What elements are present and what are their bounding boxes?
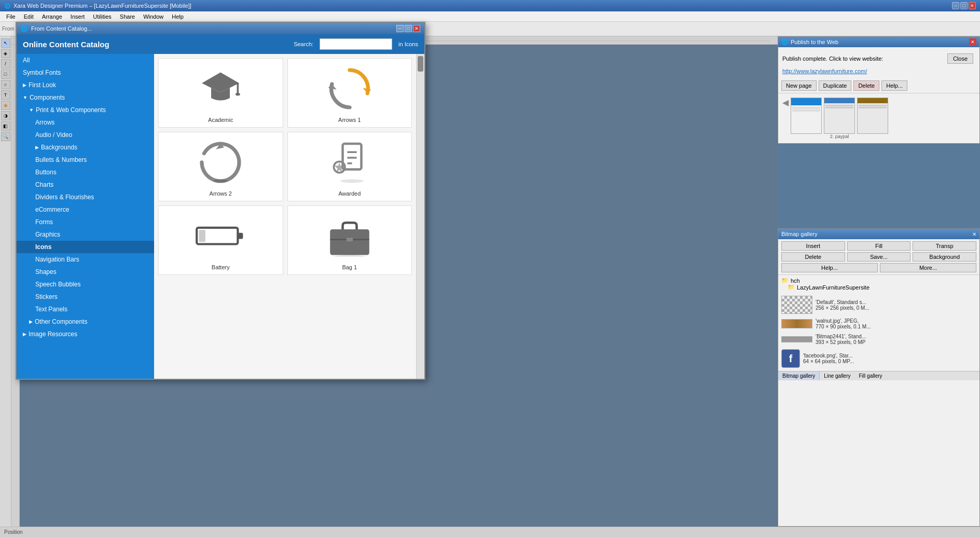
page1-thumbnail[interactable] [791, 98, 822, 134]
folder-hch[interactable]: 📁 hch [781, 277, 976, 284]
svg-point-6 [213, 179, 228, 183]
icon-item-academic[interactable]: Academic [158, 58, 283, 128]
first-look-arrow: ▶ [23, 82, 26, 88]
node-tool[interactable]: ◈ [1, 49, 10, 58]
transp-button[interactable]: Transp [913, 241, 976, 251]
gallery-delete-button[interactable]: Delete [781, 252, 845, 261]
help-button[interactable]: Help... [881, 80, 907, 91]
close-button[interactable]: ✕ [969, 2, 976, 9]
transparency-tool[interactable]: ◑ [1, 111, 10, 120]
page2-label: 2. paypal [830, 134, 849, 139]
menu-file[interactable]: File [2, 13, 20, 20]
thumb-expand-left[interactable]: ◀ [782, 98, 789, 107]
sidebar-item-graphics[interactable]: Graphics [17, 228, 154, 241]
dialog-minimize-button[interactable]: – [396, 25, 404, 32]
bullets-label: Bullets & Numbers [35, 156, 87, 163]
menu-edit[interactable]: Edit [20, 13, 38, 20]
status-bar: Position [0, 527, 980, 537]
sidebar-item-buttons[interactable]: Buttons [17, 166, 154, 178]
sidebar-item-navigation-bars[interactable]: Navigation Bars [17, 253, 154, 266]
image-resources-arrow: ▶ [23, 332, 26, 337]
catalog-header: Online Content Catalog Search: in Icons [17, 34, 424, 54]
image-resources-label: Image Resources [29, 331, 77, 338]
gallery-close-button[interactable]: ✕ [972, 231, 976, 237]
sidebar-item-components[interactable]: ▼ Components [17, 91, 154, 104]
sidebar-item-bullets[interactable]: Bullets & Numbers [17, 154, 154, 166]
sidebar-item-other-components[interactable]: ▶ Other Components [17, 315, 154, 328]
icon-display-battery [195, 210, 246, 262]
menu-insert[interactable]: Insert [66, 13, 89, 20]
duplicate-button[interactable]: Duplicate [819, 80, 852, 91]
shadow-tool[interactable]: ◧ [1, 121, 10, 131]
gallery-item-walnut[interactable]: 'walnut.jpg', JPEG, 770 × 90 pixels, 0.1… [780, 317, 977, 331]
publish-close-x-button[interactable]: ✕ [969, 38, 976, 46]
sidebar-item-icons[interactable]: Icons [17, 241, 154, 253]
dialog-close-button[interactable]: ✕ [413, 25, 420, 32]
new-page-button[interactable]: New page [781, 80, 817, 91]
gallery-more-button[interactable]: More... [880, 263, 976, 272]
fill-button[interactable]: Fill [847, 241, 911, 251]
ellipse-tool[interactable]: ○ [1, 80, 10, 89]
publish-url[interactable]: http://www.lazylawnfurniture.com/ [782, 68, 867, 74]
sidebar-item-forms[interactable]: Forms [17, 216, 154, 228]
line-gallery-tab[interactable]: Line gallery [820, 371, 854, 380]
line-tool[interactable]: / [1, 59, 10, 68]
gallery-tab-bar: Bitmap gallery Line gallery Fill gallery [778, 371, 979, 380]
icon-label-briefcase: Bag 1 [342, 264, 357, 270]
gallery-item-bitmap2441[interactable]: 'Bitmap2441', Stand... 393 × 52 pixels, … [780, 333, 977, 346]
pointer-tool[interactable]: ↖ [1, 38, 10, 48]
sidebar-item-text-panels[interactable]: Text Panels [17, 303, 154, 315]
gallery-item-name-2: 'Bitmap2441', Stand... [816, 334, 866, 339]
catalog-scrollbar[interactable] [416, 54, 424, 379]
icon-item-awarded[interactable]: Awarded [287, 132, 412, 201]
page2-thumbnail[interactable] [824, 98, 855, 134]
menu-help[interactable]: Help [168, 13, 188, 20]
sidebar-item-dividers[interactable]: Dividers & Flourishes [17, 191, 154, 203]
sidebar-item-all[interactable]: All [17, 54, 154, 66]
sidebar-item-speech-bubbles[interactable]: Speech Bubbles [17, 278, 154, 291]
menu-utilities[interactable]: Utilities [89, 13, 115, 20]
save-button[interactable]: Save... [847, 252, 911, 261]
publish-close-button[interactable]: Close [947, 53, 973, 64]
gallery-item-facebook[interactable]: f 'facebook.png', Star... 64 × 64 pixels… [780, 348, 977, 369]
sidebar-item-print-web[interactable]: ▼ Print & Web Components [17, 104, 154, 116]
background-button[interactable]: Background [913, 252, 976, 261]
maximize-button[interactable]: □ [960, 2, 968, 9]
sidebar-item-ecommerce[interactable]: eCommerce [17, 203, 154, 216]
gallery-item-default[interactable]: 'Default', Standard s... 256 × 256 pixel… [780, 295, 977, 315]
sidebar-item-image-resources[interactable]: ▶ Image Resources [17, 328, 154, 340]
sidebar-item-arrows[interactable]: Arrows [17, 116, 154, 129]
icon-label-battery: Battery [212, 264, 230, 270]
icon-item-battery[interactable]: Battery [158, 205, 283, 275]
zoom-tool[interactable]: 🔍 [1, 132, 10, 141]
fill-gallery-tab[interactable]: Fill gallery [855, 371, 887, 380]
color-tool[interactable]: ◉ [1, 101, 10, 110]
insert-button[interactable]: Insert [781, 241, 845, 251]
sidebar-item-first-look[interactable]: ▶ First Look [17, 79, 154, 91]
icon-item-arrows2[interactable]: Arrows 2 [158, 132, 283, 201]
dialog-maximize-button[interactable]: □ [405, 25, 412, 32]
delete-button[interactable]: Delete [853, 80, 879, 91]
sidebar-item-shapes[interactable]: Shapes [17, 266, 154, 278]
bitmap-gallery-tab[interactable]: Bitmap gallery [778, 371, 820, 380]
sidebar-item-backgrounds[interactable]: ▶ Backgrounds [17, 141, 154, 154]
sidebar-item-audio-video[interactable]: Audio / Video [17, 129, 154, 141]
icon-item-arrows1[interactable]: Arrows 1 [287, 58, 412, 128]
rect-tool[interactable]: □ [1, 70, 10, 79]
folder-lazylawn[interactable]: 📁 LazyLawnFurnitureSupersite [781, 284, 976, 291]
sidebar-item-charts[interactable]: Charts [17, 178, 154, 191]
stickers-label: Stickers [35, 293, 58, 300]
page3-thumbnail[interactable] [857, 98, 888, 134]
sidebar-item-symbol-fonts[interactable]: Symbol Fonts [17, 66, 154, 79]
minimize-button[interactable]: – [952, 2, 959, 9]
sidebar-item-stickers[interactable]: Stickers [17, 291, 154, 303]
catalog-sidebar: All Symbol Fonts ▶ First Look ▼ Componen… [17, 54, 154, 379]
menu-share[interactable]: Share [116, 13, 139, 20]
icon-item-briefcase[interactable]: Bag 1 [287, 205, 412, 275]
menu-window[interactable]: Window [139, 13, 168, 20]
page-thumbnails: ◀ [778, 93, 979, 143]
text-tool[interactable]: T [1, 90, 10, 100]
gallery-help-button[interactable]: Help... [781, 263, 878, 272]
menu-arrange[interactable]: Arrange [38, 13, 66, 20]
search-input[interactable] [320, 38, 392, 50]
